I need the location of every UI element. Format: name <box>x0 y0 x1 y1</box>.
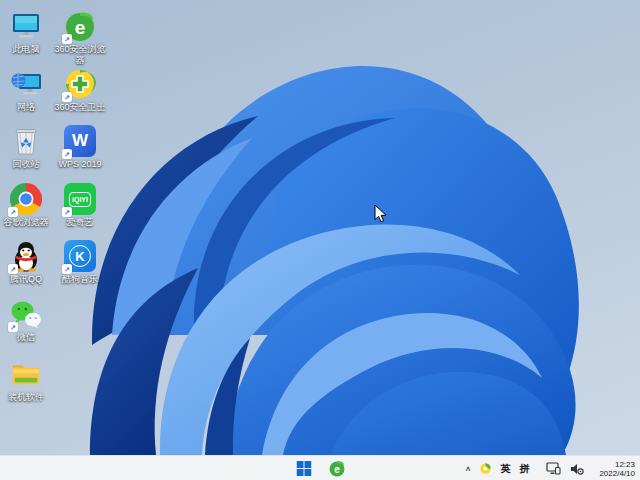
desktop-icon-chrome[interactable]: ↗ 谷歌浏览器 <box>0 183 54 228</box>
shortcut-arrow-icon: ↗ <box>62 92 72 102</box>
360-safe-icon: ↗ <box>64 68 96 100</box>
icon-label: 谷歌浏览器 <box>4 217 49 228</box>
desktop-icon-360-browser[interactable]: e ↗ 360安全浏览器 <box>52 10 108 66</box>
desktop-icon-network[interactable]: 网络 <box>0 68 54 113</box>
desktop-icon-360-safe[interactable]: ↗ 360安全卫士 <box>52 68 108 113</box>
wechat-icon: ↗ <box>10 298 42 330</box>
svg-text:e: e <box>334 464 340 475</box>
this-pc-icon <box>10 10 42 42</box>
start-button[interactable] <box>293 458 315 480</box>
desktop-screen: 此电脑 e ↗ 360安全浏览器 网络 <box>0 0 640 480</box>
taskbar: e ∧ 英 拼 12:23 <box>0 455 640 480</box>
icon-label: 网络 <box>17 102 35 113</box>
system-tray: ∧ 英 拼 12:23 2022/4/10 <box>465 456 635 480</box>
taskbar-center: e <box>293 456 348 480</box>
icon-label: 腾讯QQ <box>10 274 42 285</box>
icon-label: 360安全浏览器 <box>52 44 108 66</box>
icon-label: 回收站 <box>13 159 40 170</box>
tray-360-icon[interactable] <box>480 463 491 474</box>
chrome-icon: ↗ <box>10 183 42 215</box>
icon-label: WPS 2019 <box>58 159 101 170</box>
desktop-icon-recycle-bin[interactable]: 回收站 <box>0 125 54 170</box>
folder-icon <box>10 358 42 390</box>
shortcut-arrow-icon: ↗ <box>8 322 18 332</box>
360-browser-taskbar-icon: e <box>328 460 345 477</box>
icon-label: 装机软件 <box>8 392 44 403</box>
shortcut-arrow-icon: ↗ <box>62 34 72 44</box>
qq-icon: ↗ <box>10 240 42 272</box>
desktop-icon-wechat[interactable]: ↗ 微信 <box>0 298 54 343</box>
tray-chevron-icon[interactable]: ∧ <box>465 465 472 473</box>
shortcut-arrow-icon: ↗ <box>8 207 18 217</box>
desktop-icon-kugou[interactable]: K ↗ 酷狗音乐 <box>52 240 108 285</box>
icon-label: 酷狗音乐 <box>62 274 98 285</box>
icon-label: 360安全卫士 <box>54 102 105 113</box>
svg-text:e: e <box>75 17 86 38</box>
desktop-icon-iqiyi[interactable]: iQIYI ↗ 爱奇艺 <box>52 183 108 228</box>
taskbar-360-browser-button[interactable]: e <box>326 458 348 480</box>
volume-tray-icon[interactable] <box>570 463 584 475</box>
input-language-indicator[interactable]: 英 <box>500 462 510 476</box>
wps-icon: W ↗ <box>64 125 96 157</box>
recycle-bin-icon <box>10 125 42 157</box>
icon-label: 爱奇艺 <box>67 217 94 228</box>
shortcut-arrow-icon: ↗ <box>62 207 72 217</box>
taskbar-clock[interactable]: 12:23 2022/4/10 <box>599 460 635 478</box>
shortcut-arrow-icon: ↗ <box>8 264 18 274</box>
network-tray-icon[interactable] <box>546 462 561 475</box>
clock-date: 2022/4/10 <box>599 469 635 478</box>
360-browser-icon: e ↗ <box>64 10 96 42</box>
icon-label: 微信 <box>17 332 35 343</box>
clock-time: 12:23 <box>599 460 635 469</box>
desktop-icon-wps[interactable]: W ↗ WPS 2019 <box>52 125 108 170</box>
desktop-icon-this-pc[interactable]: 此电脑 <box>0 10 54 55</box>
desktop-icon-qq[interactable]: ↗ 腾讯QQ <box>0 240 54 285</box>
windows-logo-icon <box>296 461 311 476</box>
icon-label: 此电脑 <box>13 44 40 55</box>
shortcut-arrow-icon: ↗ <box>62 264 72 274</box>
desktop-icon-software-folder[interactable]: 装机软件 <box>0 358 54 403</box>
iqiyi-icon: iQIYI ↗ <box>64 183 96 215</box>
kugou-icon: K ↗ <box>64 240 96 272</box>
shortcut-arrow-icon: ↗ <box>62 149 72 159</box>
input-method-indicator[interactable]: 拼 <box>519 462 529 476</box>
network-icon <box>10 68 42 100</box>
